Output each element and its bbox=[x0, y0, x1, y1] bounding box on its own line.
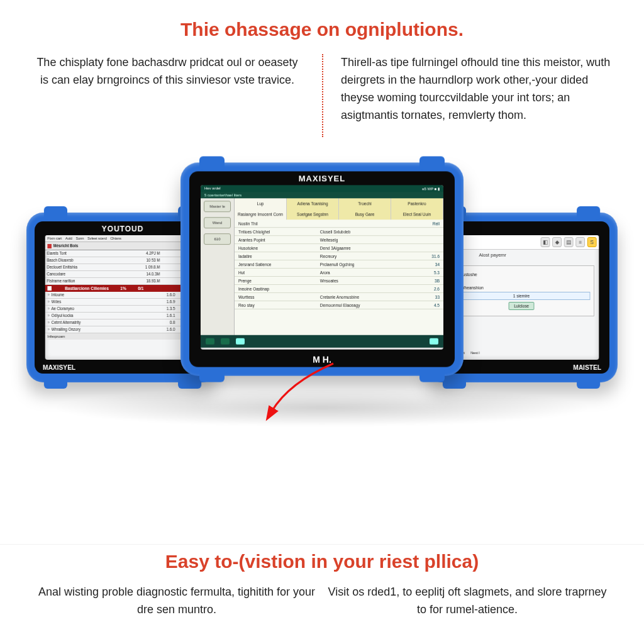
device-left-section2-header: Bastiarcionn Ciliemies 1% 0/1 bbox=[45, 284, 201, 291]
device-center: MAXISYEL M H. Hev ardel e5 WP ■ ▮ 5 coer… bbox=[180, 162, 464, 375]
device-right-panel: Justoshe Pala Wheanshion 1 siemire Lulcl… bbox=[448, 265, 594, 316]
table-row[interactable]: HutArora5.3 bbox=[235, 268, 443, 276]
device-right-screen[interactable]: ◧◆▤≡S Kuis 3 Alost payemr Justoshe Pala … bbox=[444, 235, 599, 360]
sidebar-button[interactable]: Master le bbox=[204, 201, 231, 212]
center-data-table[interactable]: Nostin ThilRellTntioes ChiolghelClosell … bbox=[235, 219, 443, 309]
table-row[interactable]: Fistrame narition18.93.MM4 14 bbox=[45, 277, 201, 284]
table-row[interactable]: Declouet Enitishia1 09.8.M14.3S bbox=[45, 264, 201, 270]
table-row[interactable]: » Wdes1.6.94.5 bbox=[45, 298, 201, 305]
table-row[interactable]: Tntioes ChiolghelClosell Sxlubdeb bbox=[235, 227, 443, 235]
menu-item[interactable]: Auld bbox=[65, 236, 72, 240]
panel-row-value: 1 siemire bbox=[453, 292, 591, 300]
device-left-section1-title: Mésricht Bois bbox=[45, 242, 201, 250]
panel-row-2[interactable]: Wheanshion bbox=[453, 285, 591, 290]
toolbar-icon[interactable]: ≡ bbox=[575, 237, 585, 247]
tab[interactable]: Rasiangre Imocent Conn bbox=[235, 209, 287, 219]
device-left-brand-bottom: MAXISYEL bbox=[43, 364, 75, 371]
table-row[interactable]: » Ae Cloranyeo1.3.50.5 bbox=[45, 305, 201, 312]
device-right-header: Kuis 3 Alost payemr bbox=[444, 250, 599, 260]
device-center-brand-top: MAXISYEL bbox=[189, 174, 455, 183]
toolbar-icon[interactable]: ▤ bbox=[564, 237, 574, 247]
device-stage: YOUTOUD MAXISYEL Fixm cartAuldSonnSvleet… bbox=[0, 137, 644, 452]
table-row[interactable]: Eiarels Tont4.2PJ M1.1:5 3L bbox=[45, 250, 201, 257]
tab[interactable]: Busy Gare bbox=[339, 209, 391, 219]
toolbar-icon[interactable]: ◧ bbox=[541, 237, 550, 247]
bottom-left-paragraph: Anal wisting proble diagnostic fermulta,… bbox=[31, 584, 322, 619]
device-left-screen[interactable]: Fixm cartAuldSonnSvleet scerdChtans Mésr… bbox=[45, 235, 201, 360]
top-text-block: Thie ohassage on ogniplutions. The chisp… bbox=[0, 0, 644, 131]
table-row[interactable]: » Odiyul kocka1.6.12.0 bbox=[45, 312, 201, 319]
footer-icon[interactable] bbox=[236, 338, 245, 344]
device-right-brand-bottom: MAISTEL bbox=[573, 364, 601, 371]
bottom-text-block: Easy to-(vistion in your riest pllica) A… bbox=[0, 544, 644, 644]
top-columns: The chisplaty fone bachasdrw pridcat oul… bbox=[31, 54, 613, 125]
footer-icon[interactable] bbox=[430, 338, 438, 344]
table-row[interactable]: Jersrand SatiencePrclaenull Ogching34 bbox=[235, 260, 443, 268]
menu-item[interactable]: Svleet scerd bbox=[87, 236, 107, 240]
menu-item[interactable]: Fixm cart bbox=[47, 236, 62, 240]
panel-row-field: Pala bbox=[453, 279, 591, 283]
device-left-footer: Infexproam bbox=[45, 333, 201, 339]
table-row[interactable]: PrengeWnsoates3B bbox=[235, 276, 443, 284]
panel-action-button[interactable]: Lulclose bbox=[509, 302, 535, 310]
device-left-menubar[interactable]: Fixm cartAuldSonnSvleet scerdChtans bbox=[45, 235, 201, 242]
center-footer-bar[interactable] bbox=[201, 335, 443, 347]
center-subtitle: 5 coertanterthael liters bbox=[201, 192, 443, 198]
menu-item[interactable]: Sonn bbox=[76, 236, 84, 240]
footer-icon[interactable] bbox=[206, 338, 214, 344]
panel-row-1[interactable]: Justoshe bbox=[453, 272, 591, 277]
center-subtabs[interactable]: Rasiangre Imocent ConnSoetgae SegstnnBus… bbox=[235, 209, 443, 219]
tab[interactable]: Lup bbox=[235, 198, 287, 209]
column-divider bbox=[322, 54, 323, 137]
bottom-right-paragraph: Visit os rded1, to eeplitj oft slagmets,… bbox=[322, 584, 613, 619]
table-row[interactable]: » Whralling Onzory1.6.00.8 bbox=[45, 326, 201, 333]
toolbar-icon[interactable]: ◆ bbox=[552, 237, 562, 247]
tab[interactable]: Soetgae Segstnn bbox=[287, 209, 339, 219]
sidebar-button[interactable]: Wand bbox=[204, 217, 231, 228]
table-row[interactable]: Nostin ThilRell bbox=[235, 219, 443, 227]
table-row[interactable]: Ineoine Oastinap2.6 bbox=[235, 284, 443, 292]
center-topbar: Hev ardel e5 WP ■ ▮ bbox=[201, 185, 443, 192]
top-headline: Thie ohassage on ogniplutions. bbox=[31, 19, 613, 40]
menu-item[interactable]: Chtans bbox=[110, 236, 121, 240]
tab[interactable]: Adiena Tcanising bbox=[287, 198, 339, 209]
table-row[interactable]: » Intoune1.6.03.5 bbox=[45, 291, 201, 298]
table-row[interactable]: IadatireRecreory31.6 bbox=[235, 252, 443, 260]
device-left-table1[interactable]: Eiarels Tont4.2PJ M1.1:5 3LBasch Dloaxrs… bbox=[45, 250, 201, 284]
center-sidebar[interactable]: Master leWand610 bbox=[201, 198, 235, 335]
footer-link[interactable]: Nest I bbox=[470, 351, 480, 355]
top-right-paragraph: Thirell-as tipe fulrningel ofhould tine … bbox=[322, 54, 613, 125]
table-row[interactable]: WurttessCretanle Anomusbine33 bbox=[235, 292, 443, 301]
table-row[interactable]: Reo stayDemoonmol Elaceagy4.5 bbox=[235, 301, 443, 309]
device-center-screen[interactable]: Hev ardel e5 WP ■ ▮ 5 coertanterthael li… bbox=[201, 185, 443, 349]
table-row[interactable]: Arantes PopintWelteselg bbox=[235, 235, 443, 243]
table-row[interactable]: » Cetrnt Aiternatrity0.85.9 bbox=[45, 319, 201, 326]
tab[interactable]: Elect Seal Uuin bbox=[391, 209, 443, 219]
callout-arrow-icon bbox=[264, 357, 340, 423]
toolbar-icon[interactable]: S bbox=[587, 237, 597, 247]
top-left-paragraph: The chisplaty fone bachasdrw pridcat oul… bbox=[31, 54, 322, 125]
device-left-table2[interactable]: » Intoune1.6.03.5» Wdes1.6.94.5» Ae Clor… bbox=[45, 291, 201, 333]
device-right-toolbar[interactable]: ◧◆▤≡S bbox=[444, 235, 599, 250]
bottom-headline: Easy to-(vistion in your riest pllica) bbox=[31, 551, 613, 572]
tab[interactable]: Pastenkro bbox=[391, 198, 443, 209]
table-row[interactable]: HusotokneDend 3Aigaamre bbox=[235, 243, 443, 252]
center-tabs[interactable]: LupAdiena TcanisingTroechiPastenkro bbox=[235, 198, 443, 209]
sidebar-button[interactable]: 610 bbox=[204, 233, 231, 245]
table-row[interactable]: Cancodare14.0.3MM.0.1 bbox=[45, 270, 201, 277]
footer-icon[interactable] bbox=[221, 338, 230, 344]
table-row[interactable]: Basch Dloaxrsb10 53 MMA1.3C bbox=[45, 257, 201, 264]
tab[interactable]: Troechi bbox=[339, 198, 391, 209]
